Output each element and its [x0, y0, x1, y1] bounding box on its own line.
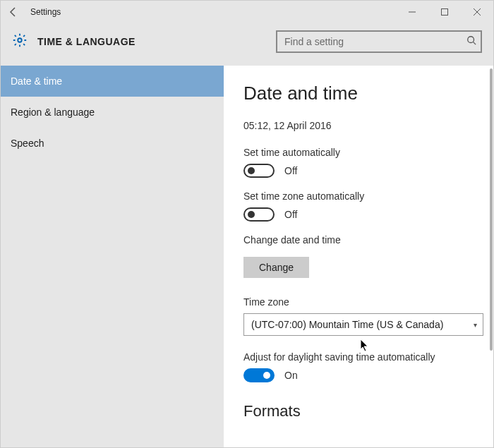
- change-button[interactable]: Change: [243, 257, 309, 278]
- content-wrap: Date and time 05:12, 12 April 2016 Set t…: [224, 66, 493, 447]
- gear-icon: [12, 32, 28, 51]
- toggle-set-tz-auto[interactable]: [243, 207, 275, 222]
- body: Date & time Region & language Speech Dat…: [1, 66, 493, 447]
- label-set-tz-auto: Set time zone automatically: [243, 190, 474, 202]
- toggle-knob: [263, 372, 270, 379]
- content: Date and time 05:12, 12 April 2016 Set t…: [224, 66, 493, 447]
- toggle-knob: [248, 167, 255, 174]
- window-title: Settings: [30, 7, 61, 17]
- page-title: TIME & LANGUAGE: [37, 36, 135, 47]
- chevron-down-icon: ▾: [474, 321, 477, 329]
- sidebar-item-label: Speech: [11, 138, 44, 149]
- back-arrow-icon: [8, 6, 19, 18]
- heading-date-time: Date and time: [243, 83, 474, 104]
- back-button[interactable]: [5, 4, 22, 20]
- search-box: [276, 30, 482, 53]
- window-controls: [396, 1, 493, 23]
- header: TIME & LANGUAGE: [1, 23, 493, 66]
- sidebar-item-label: Region & language: [11, 107, 95, 118]
- timezone-value: (UTC-07:00) Mountain Time (US & Canada): [251, 319, 443, 330]
- toggle-dst[interactable]: [243, 368, 275, 382]
- close-icon: [474, 8, 481, 16]
- titlebar: Settings: [1, 1, 493, 23]
- sidebar: Date & time Region & language Speech: [1, 66, 224, 447]
- sidebar-item-label: Date & time: [11, 75, 62, 87]
- svg-rect-0: [442, 9, 448, 16]
- toggle-knob: [248, 211, 255, 218]
- heading-formats: Formats: [243, 402, 474, 420]
- maximize-icon: [441, 8, 448, 16]
- toggle-state-dst: On: [284, 370, 298, 381]
- maximize-button[interactable]: [428, 1, 461, 23]
- timezone-dropdown[interactable]: (UTC-07:00) Mountain Time (US & Canada) …: [243, 313, 483, 336]
- toggle-state-set-tz-auto: Off: [284, 209, 297, 220]
- svg-point-1: [18, 38, 22, 42]
- settings-window: Settings TIME & LANGUAGE Date & time Reg…: [0, 0, 494, 448]
- toggle-set-time-auto[interactable]: [243, 164, 275, 178]
- sidebar-item-date-time[interactable]: Date & time: [1, 66, 224, 97]
- search-icon: [466, 35, 476, 48]
- minimize-icon: [409, 8, 416, 16]
- sidebar-item-region-language[interactable]: Region & language: [1, 97, 224, 128]
- label-dst: Adjust for daylight saving time automati…: [243, 351, 474, 363]
- sidebar-item-speech[interactable]: Speech: [1, 128, 224, 159]
- close-button[interactable]: [461, 1, 493, 23]
- label-change-dt: Change date and time: [243, 234, 474, 246]
- label-set-time-auto: Set time automatically: [243, 147, 474, 158]
- minimize-button[interactable]: [396, 1, 428, 23]
- current-datetime: 05:12, 12 April 2016: [243, 120, 474, 131]
- search-input[interactable]: [276, 30, 482, 53]
- label-timezone: Time zone: [243, 296, 474, 308]
- svg-point-2: [468, 37, 474, 43]
- toggle-state-set-time-auto: Off: [284, 165, 297, 176]
